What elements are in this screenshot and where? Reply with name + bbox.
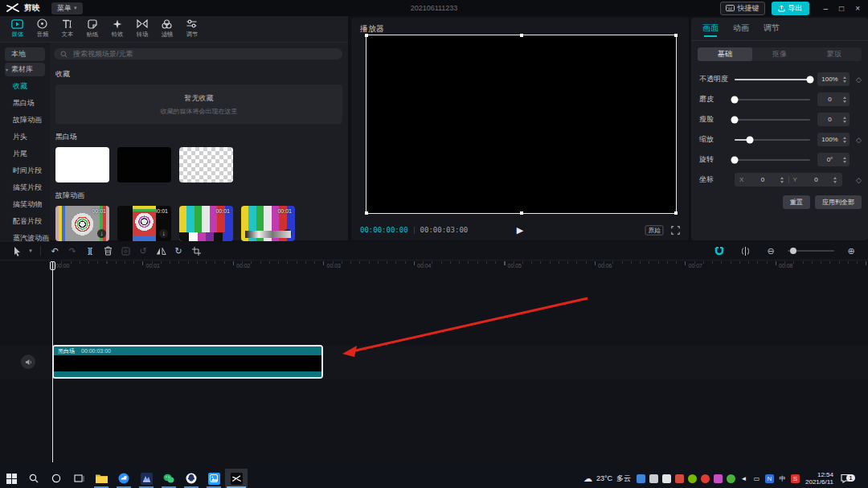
media-tab-transition[interactable]: 转场 — [129, 18, 154, 39]
position-y-stepper[interactable] — [833, 177, 840, 183]
slider-knob[interactable] — [731, 156, 739, 163]
video-preview[interactable] — [366, 35, 677, 214]
property-slider[interactable] — [735, 139, 810, 141]
pink-app-icon[interactable] — [714, 474, 723, 483]
value-stepper[interactable] — [842, 96, 850, 103]
wechat-tray-icon[interactable] — [727, 474, 735, 483]
value-stepper[interactable] — [842, 137, 850, 143]
value-stepper[interactable] — [842, 117, 850, 123]
slider-knob[interactable] — [731, 116, 739, 123]
maximize-button[interactable]: □ — [839, 4, 844, 13]
browser-icon[interactable] — [113, 469, 135, 488]
properties-tab[interactable]: 动画 — [733, 23, 749, 36]
media-tab-audio[interactable]: 音频 — [30, 18, 55, 39]
microphone-icon[interactable] — [662, 474, 671, 483]
selection-handle[interactable] — [520, 211, 523, 215]
split-icon[interactable]: ][ — [81, 244, 99, 257]
netdisk-icon[interactable]: N — [765, 474, 774, 483]
reverse-icon[interactable]: ↺ — [134, 244, 152, 257]
property-slider[interactable] — [735, 159, 810, 161]
keyframe-diamond[interactable]: ◇ — [850, 176, 862, 184]
media-tab-adjust[interactable]: 调节 — [179, 18, 204, 39]
timeline-zoom-slider[interactable] — [788, 250, 834, 252]
start-button[interactable] — [0, 469, 23, 488]
ime-chinese-icon[interactable]: 中 — [778, 474, 787, 483]
media-tab-media[interactable]: 媒体 — [5, 18, 30, 39]
play-button[interactable]: ▶ — [517, 225, 523, 236]
shortcuts-button[interactable]: 快捷键 — [720, 2, 765, 15]
mirror-icon[interactable] — [152, 244, 170, 257]
image-app-icon[interactable] — [203, 469, 225, 488]
preview-axis-icon[interactable] — [736, 244, 754, 257]
wechat-icon[interactable] — [158, 469, 180, 488]
fullscreen-icon[interactable] — [671, 226, 680, 235]
media-tab-text[interactable]: 文本 — [55, 18, 80, 39]
apply-all-button[interactable]: 应用到全部 — [815, 195, 862, 209]
file-explorer-icon[interactable] — [90, 469, 113, 488]
map-app-icon[interactable] — [135, 469, 158, 488]
material-thumb-black[interactable] — [117, 147, 171, 182]
slider-knob[interactable] — [807, 76, 814, 83]
material-thumb-testcard[interactable]: 00:01↓ — [55, 206, 109, 241]
nvidia-icon[interactable] — [688, 474, 697, 483]
zoom-out-icon[interactable]: ⊖ — [762, 244, 780, 257]
material-thumb-colorbars[interactable]: 00:01 — [179, 206, 233, 241]
sidebar-item[interactable]: 蒸汽波动画 — [0, 230, 50, 242]
capcut-taskbar-icon[interactable] — [225, 469, 248, 488]
media-tab-effects[interactable]: 特效 — [104, 18, 129, 39]
select-tool-chevron-icon[interactable]: ▾ — [26, 244, 35, 257]
search-input[interactable] — [72, 49, 336, 59]
taskbar-search-icon[interactable] — [23, 469, 45, 488]
redo-icon[interactable]: ↷ — [63, 244, 81, 257]
property-slider[interactable] — [735, 99, 810, 100]
value-box[interactable]: 100% — [817, 72, 850, 86]
keyframe-diamond[interactable]: ◇ — [850, 136, 862, 144]
property-slider[interactable] — [735, 79, 810, 80]
selection-handle[interactable] — [365, 34, 368, 37]
export-button[interactable]: 导出 — [772, 2, 809, 15]
freeze-frame-icon[interactable] — [117, 244, 134, 257]
position-box[interactable]: X 0 Y 0 — [735, 173, 842, 187]
sidebar-item[interactable]: 片尾 — [0, 146, 50, 162]
download-icon[interactable]: ↓ — [97, 229, 106, 238]
position-x-stepper[interactable] — [780, 177, 787, 183]
material-thumb-testcard-portrait[interactable]: 00:01↓ — [117, 206, 171, 241]
sidebar-item[interactable]: 本地 — [5, 47, 45, 61]
action-center-icon[interactable]: 1 — [839, 474, 856, 483]
media-tab-sticker[interactable]: 贴纸 — [80, 18, 104, 39]
position-x-value[interactable]: 0 — [746, 176, 779, 183]
volume-icon[interactable]: ◄ — [739, 474, 748, 483]
download-icon[interactable]: ↓ — [283, 229, 292, 238]
minimize-button[interactable]: – — [824, 4, 829, 13]
search-bar[interactable] — [54, 48, 342, 59]
delete-icon[interactable] — [99, 244, 117, 257]
media-tab-filter[interactable]: 滤镜 — [154, 18, 179, 39]
auto-snap-icon[interactable] — [710, 244, 728, 257]
playhead[interactable] — [52, 261, 53, 462]
value-box[interactable]: 100% — [817, 133, 850, 146]
properties-tab[interactable]: 调节 — [764, 23, 780, 36]
properties-subtab[interactable]: 抠像 — [752, 47, 807, 61]
defender-icon[interactable] — [675, 474, 684, 483]
value-box[interactable]: 0° — [817, 153, 850, 166]
reset-button[interactable]: 重置 — [783, 195, 810, 209]
sidebar-item[interactable]: 黑白场 — [0, 95, 50, 112]
timeline-clip[interactable]: 黑白场 00:00:03:00 — [52, 345, 323, 379]
property-slider[interactable] — [735, 119, 810, 121]
sidebar-item[interactable]: 时间片段 — [0, 162, 50, 179]
security-shield-icon[interactable] — [637, 474, 645, 483]
select-tool-icon[interactable] — [8, 244, 26, 257]
timeline-ruler[interactable]: 00:0000:0100:0200:0300:0400:0500:0600:07… — [0, 260, 868, 273]
properties-subtab[interactable]: 基础 — [698, 47, 752, 61]
value-stepper[interactable] — [842, 157, 850, 163]
material-thumb-transparent[interactable] — [179, 147, 233, 182]
keyframe-diamond[interactable]: ◇ — [850, 76, 862, 84]
task-view-icon[interactable] — [68, 469, 90, 488]
selection-handle[interactable] — [674, 34, 678, 37]
menu-button[interactable]: 菜单 ▾ — [51, 2, 83, 14]
close-button[interactable]: × — [855, 4, 860, 13]
material-thumb-colorbars-glitch[interactable]: 00:01↓ — [241, 206, 295, 241]
crop-icon[interactable] — [187, 244, 205, 257]
selection-handle[interactable] — [365, 211, 368, 215]
material-thumb-white[interactable] — [55, 147, 109, 182]
